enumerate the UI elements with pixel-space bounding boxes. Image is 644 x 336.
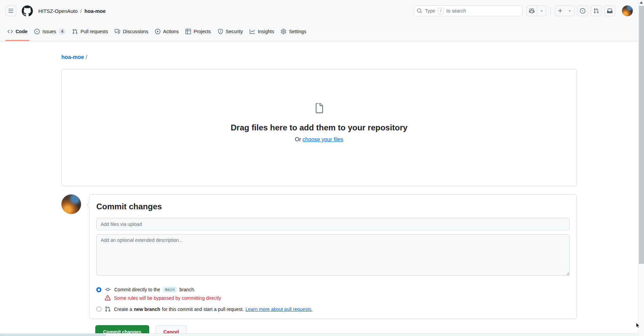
your-pull-requests-button[interactable] xyxy=(591,5,602,16)
new-branch-text-pre: Create a xyxy=(114,307,132,312)
header-actions xyxy=(555,5,633,16)
copilot-button[interactable] xyxy=(526,5,546,16)
new-branch-radio[interactable] xyxy=(96,307,101,312)
branch-name-badge: main xyxy=(162,287,177,293)
your-issues-button[interactable] xyxy=(577,5,588,16)
create-new-caret-icon xyxy=(565,6,574,16)
copilot-icon xyxy=(527,6,537,16)
search-placeholder-post: to search xyxy=(446,8,466,14)
tab-label: Code xyxy=(16,29,27,34)
repo-tab-bar: Code Issues 4 Pull requests Discussions xyxy=(0,22,638,41)
inbox-button[interactable] xyxy=(604,5,615,16)
insights-graph-icon xyxy=(250,29,255,34)
copilot-dropdown-caret-icon[interactable] xyxy=(537,6,546,16)
dropzone-subtext: Or choose your files xyxy=(295,136,343,143)
commit-section: Commit changes Commit directly to the ma… xyxy=(61,194,577,319)
dropzone-heading: Drag files here to add them to your repo… xyxy=(231,123,407,132)
learn-more-link[interactable]: Learn more about pull requests. xyxy=(246,307,313,312)
discussions-icon xyxy=(115,29,120,34)
tab-code[interactable]: Code xyxy=(4,22,31,41)
new-branch-text-post: for this commit and start a pull request… xyxy=(162,307,244,312)
tab-issues[interactable]: Issues 4 xyxy=(31,22,69,41)
tab-actions[interactable]: Actions xyxy=(152,22,182,41)
tab-pull-requests[interactable]: Pull requests xyxy=(69,22,111,41)
user-avatar[interactable] xyxy=(622,5,633,16)
tab-label: Insights xyxy=(258,29,274,34)
tab-label: Pull requests xyxy=(80,29,108,34)
search-placeholder-pre: Type xyxy=(425,8,435,14)
new-branch-label: Create a new branch for this commit and … xyxy=(114,307,312,312)
new-branch-option: Create a new branch for this commit and … xyxy=(96,306,570,312)
github-logo-icon[interactable] xyxy=(22,5,33,17)
file-dropzone[interactable]: Drag files here to add them to your repo… xyxy=(61,69,577,186)
commit-direct-radio[interactable] xyxy=(96,287,101,292)
commit-direct-text-pre: Commit directly to the xyxy=(114,287,160,292)
pull-request-icon xyxy=(105,306,111,312)
tab-label: Projects xyxy=(194,29,211,34)
git-commit-icon xyxy=(105,287,111,293)
upload-path-breadcrumb: hoa-moe/ xyxy=(61,41,577,60)
new-branch-bold-text: new branch xyxy=(134,307,160,312)
commit-direct-option: Commit directly to the main branch. xyxy=(96,287,570,293)
repo-root-link[interactable]: hoa-moe xyxy=(61,54,84,60)
search-input[interactable]: Type / to search xyxy=(414,5,522,16)
hamburger-menu-button[interactable] xyxy=(5,5,16,16)
tab-settings[interactable]: Settings xyxy=(277,22,310,41)
breadcrumb-separator: / xyxy=(80,8,82,14)
mouse-cursor-icon xyxy=(636,322,642,329)
pull-request-icon xyxy=(593,8,599,14)
commit-message-input[interactable] xyxy=(96,218,570,230)
plus-icon xyxy=(555,6,565,16)
hamburger-icon xyxy=(8,8,14,14)
inbox-icon xyxy=(607,8,612,14)
horizontal-scrollbar[interactable] xyxy=(0,333,638,336)
issue-opened-icon xyxy=(580,8,585,14)
tab-security[interactable]: Security xyxy=(214,22,247,41)
tab-label: Actions xyxy=(163,29,179,34)
path-separator: / xyxy=(86,54,87,60)
vertical-scrollbar-thumb[interactable] xyxy=(639,6,644,264)
commit-direct-text-post: branch. xyxy=(179,287,195,292)
security-shield-icon xyxy=(218,29,223,34)
breadcrumb: HITSZ-OpenAuto / hoa-moe xyxy=(38,8,106,14)
settings-gear-icon xyxy=(281,29,286,34)
tab-label: Issues xyxy=(42,29,56,34)
breadcrumb-org-link[interactable]: HITSZ-OpenAuto xyxy=(38,8,78,14)
alert-triangle-icon xyxy=(105,295,111,301)
issue-opened-icon xyxy=(34,29,40,34)
tab-label: Discussions xyxy=(123,29,148,34)
header-top-row: HITSZ-OpenAuto / hoa-moe Type / to searc… xyxy=(0,0,638,22)
search-icon xyxy=(417,8,422,14)
commit-card: Commit changes Commit directly to the ma… xyxy=(89,194,577,319)
warning-text: Some rules will be bypassed by committin… xyxy=(114,295,221,301)
scrollbar-up-arrow-icon[interactable] xyxy=(640,1,643,4)
commit-heading: Commit changes xyxy=(96,202,570,212)
tab-label: Security xyxy=(226,29,243,34)
vertical-scrollbar[interactable] xyxy=(638,0,644,336)
app-header: HITSZ-OpenAuto / hoa-moe Type / to searc… xyxy=(0,0,638,41)
create-new-button[interactable] xyxy=(555,5,574,16)
projects-table-icon xyxy=(186,29,191,34)
commit-direct-label: Commit directly to the main branch. xyxy=(114,287,195,293)
commit-description-textarea[interactable] xyxy=(96,234,570,276)
choose-files-link[interactable]: choose your files xyxy=(303,136,343,142)
or-text: Or xyxy=(295,136,301,142)
breadcrumb-repo-link[interactable]: hoa-moe xyxy=(84,8,106,14)
issues-count-badge: 4 xyxy=(59,28,65,35)
header-divider xyxy=(550,7,551,14)
pull-request-icon xyxy=(72,29,78,34)
file-icon xyxy=(313,103,325,114)
actions-play-icon xyxy=(155,29,160,34)
slash-key-hint: / xyxy=(438,8,444,14)
tab-discussions[interactable]: Discussions xyxy=(111,22,152,41)
rules-bypass-warning: Some rules will be bypassed by committin… xyxy=(105,295,570,301)
tab-label: Settings xyxy=(289,29,306,34)
horizontal-scrollbar-thumb[interactable] xyxy=(0,334,106,336)
code-icon xyxy=(7,29,13,34)
tab-insights[interactable]: Insights xyxy=(246,22,277,41)
main-content: hoa-moe/ Drag files here to add them to … xyxy=(0,41,638,336)
tab-projects[interactable]: Projects xyxy=(182,22,214,41)
commit-author-avatar xyxy=(61,194,81,214)
